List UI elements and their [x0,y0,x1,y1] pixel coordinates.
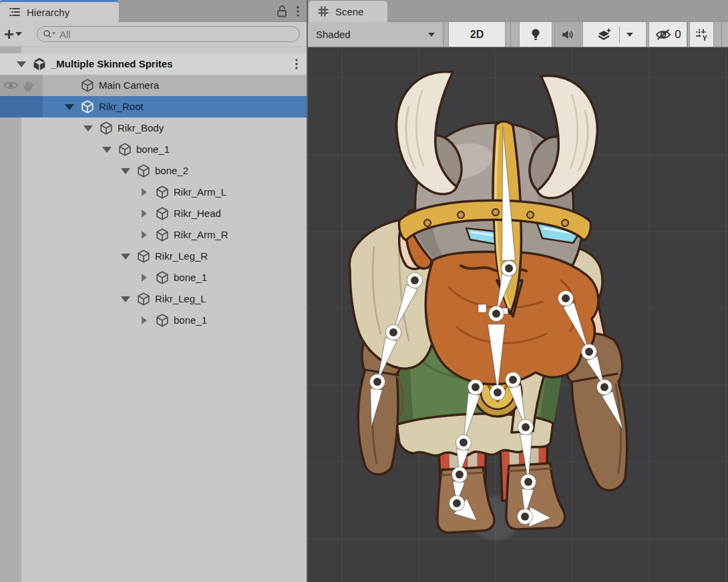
tree-item-rikr-leg-l[interactable]: Rikr_Leg_L [0,288,307,310]
bone-joint-center [411,276,419,284]
tree-item-bone-2[interactable]: bone_2 [0,160,307,182]
tree-item-label: bone_1 [174,310,207,331]
scene-toolbar: Shaded 2D [308,22,728,47]
tree-item-label: Rikr_Body [118,117,164,139]
svg-text:Y: Y [702,34,707,42]
bone-joint-center [456,471,464,479]
chevron-down-icon[interactable] [626,33,633,37]
create-object-button[interactable]: + [4,25,31,43]
tree-item-label: Rikr_Root [99,96,144,117]
gameobject-cube-icon [155,185,170,200]
lock-open-icon[interactable] [276,5,288,18]
tree-item-rikr-leg-r[interactable]: Rikr_Leg_R [0,246,307,267]
tree-item-bone-1[interactable]: bone_1 [0,267,307,288]
kebab-menu-icon[interactable] [295,58,299,73]
hierarchy-tree: _Multiple Skinned SpritesMain CameraRikr… [0,47,307,582]
hierarchy-toolbar: + [0,22,307,47]
hierarchy-list-icon [8,5,21,19]
scene-viewport[interactable] [308,47,728,582]
expander-closed-icon[interactable] [139,182,151,203]
expander-open-icon[interactable] [64,96,76,117]
2d-mode-toggle[interactable]: 2D [448,22,506,47]
bone-joint-center [509,376,517,384]
bone-joint-center [492,310,500,318]
tree-item-label: bone_1 [174,267,207,288]
expander-open-icon[interactable] [83,117,95,139]
bone-joint-center [453,499,461,507]
tree-item-rikr-root[interactable]: Rikr_Root [0,96,307,117]
expander-open-icon[interactable] [120,288,132,310]
kebab-menu-icon[interactable] [296,5,300,18]
expander-open-icon[interactable] [120,246,132,267]
grid-icon [317,5,330,18]
gameobject-cube-icon [155,206,170,221]
bone-joint-center [389,328,397,336]
tree-item-rikr-arm-l[interactable]: Rikr_Arm_L [0,182,307,203]
unity-logo-icon [32,57,47,71]
scene-tab-label: Scene [335,6,364,17]
hierarchy-search-field[interactable] [37,26,300,42]
tree-item--multiple-skinned-sprites[interactable]: _Multiple Skinned Sprites [0,53,307,75]
gameobject-cube-icon [80,78,95,93]
bone-joint-center [521,513,529,521]
gameobject-cube-icon [136,164,151,178]
bone-joint-center [373,378,381,386]
hidden-count: 0 [675,28,681,41]
chevron-down-icon [428,33,435,37]
tree-item-label: Rikr_Arm_L [174,182,226,203]
scene-panel: Scene Shaded 2D [308,0,728,582]
hand-icon[interactable] [21,79,36,97]
expander-open-icon[interactable] [16,53,28,75]
layers-sparkle-icon [596,27,612,43]
tree-item-rikr-head[interactable]: Rikr_Head [0,203,307,224]
draw-mode-dropdown[interactable]: Shaded [308,22,443,47]
bone-joint-center [600,383,608,391]
bone-joint-center [472,383,480,391]
scene-effects-group[interactable] [582,22,647,47]
grid-visibility-button[interactable]: Y [689,22,714,47]
hierarchy-panel: Hierarchy + [0,0,307,582]
expander-open-icon[interactable] [102,139,114,160]
expander-closed-icon[interactable] [139,310,151,331]
tree-item-label: Rikr_Head [174,203,221,224]
bone-joint-center [585,348,593,356]
scene-tabbar: Scene [308,0,728,22]
2d-label: 2D [470,29,484,41]
tab-scene[interactable]: Scene [309,0,387,22]
gameobject-cube-icon [155,313,170,328]
tree-item-bone-1[interactable]: bone_1 [0,139,307,160]
speaker-icon [561,29,574,41]
tree-item-label: bone_2 [155,160,188,182]
tab-hierarchy[interactable]: Hierarchy [0,0,119,22]
root-marker[interactable] [478,304,486,312]
bone-joint-center [505,264,513,272]
scene-visibility-button[interactable]: 0 [649,22,687,47]
search-input[interactable] [58,28,294,41]
chevron-down-icon [15,32,22,36]
gameobject-cube-icon [80,99,95,114]
grid-axis-y-icon: Y [695,27,709,42]
expander-closed-icon[interactable] [139,224,151,246]
tree-item-main-camera[interactable]: Main Camera [0,75,307,96]
expander-closed-icon[interactable] [139,267,151,288]
unity-editor-window: Hierarchy + [0,0,728,582]
hierarchy-tab-label: Hierarchy [27,7,69,18]
bone-joint-center [522,423,530,431]
gameobject-cube-icon [118,142,132,157]
tree-item-label: Rikr_Leg_L [155,288,206,310]
tree-item-bone-1[interactable]: bone_1 [0,310,307,331]
bone-joint-center [460,439,468,447]
tree-item-rikr-body[interactable]: Rikr_Body [0,117,307,139]
lightbulb-icon [530,27,542,42]
tree-item-rikr-arm-r[interactable]: Rikr_Arm_R [0,224,307,246]
scene-audio-toggle[interactable] [554,22,580,47]
scene-lighting-toggle[interactable] [519,22,552,47]
search-icon [43,29,56,39]
tree-item-label: bone_1 [136,139,170,160]
expander-closed-icon[interactable] [139,203,151,224]
gameobject-cube-icon [136,292,151,306]
gameobject-cube-icon [155,228,170,242]
plus-icon: + [4,26,14,42]
eye-icon[interactable] [3,79,19,94]
expander-open-icon[interactable] [120,160,132,182]
